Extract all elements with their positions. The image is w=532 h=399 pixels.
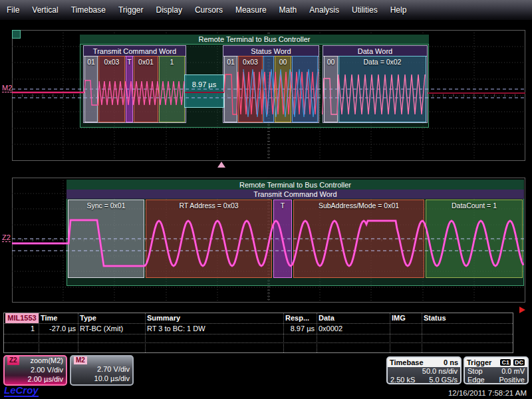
trigger-level: 0.0 mV bbox=[501, 367, 525, 376]
z2-vdiv: 2.00 V/div bbox=[31, 365, 63, 374]
z2-chip: Z2 bbox=[7, 356, 19, 365]
trigger-source-badge: C1 bbox=[499, 358, 511, 366]
col-data: Data bbox=[319, 314, 334, 322]
col-time: Time bbox=[41, 314, 57, 322]
timebase-offset: 0 ns bbox=[444, 358, 458, 366]
decode-table: MIL1553 Time Type Summary Resp... Data I… bbox=[3, 313, 513, 353]
trigger-slope: Positive bbox=[499, 376, 525, 384]
m2-chip: M2 bbox=[74, 356, 87, 364]
cell-summary: RT 3 to BC: 1 DW bbox=[147, 325, 205, 332]
menu-item-utilities[interactable]: Utilities bbox=[352, 5, 378, 15]
col-img: IMG bbox=[392, 314, 406, 322]
menu-item-analysis[interactable]: Analysis bbox=[309, 5, 339, 15]
col-summary: Summary bbox=[147, 314, 180, 322]
menu-item-cursors[interactable]: Cursors bbox=[195, 5, 223, 15]
m2-descriptor[interactable]: M2 2.70 V/div 10.0 µs/div bbox=[70, 355, 134, 386]
cell-index: 1 bbox=[4, 325, 35, 332]
menu-item-vertical[interactable]: Vertical bbox=[32, 5, 58, 15]
col-type: Type bbox=[80, 314, 96, 322]
trigger-title: Trigger bbox=[467, 358, 491, 366]
trigger-coupling-badge: DC bbox=[513, 358, 525, 366]
m2-waveform bbox=[12, 30, 525, 161]
lecroy-logo: LeCroy bbox=[4, 385, 39, 397]
menu-item-trigger[interactable]: Trigger bbox=[118, 5, 144, 15]
trigger-descriptor[interactable]: Trigger C1 DC Stop 0.0 mV Edge Positive bbox=[464, 356, 529, 384]
m2-trace-label[interactable]: M2 bbox=[2, 84, 12, 92]
cell-time: -27.0 µs bbox=[39, 325, 76, 332]
timebase-rate: 5.0 GS/s bbox=[429, 376, 458, 384]
menu-bar: File Vertical Timebase Trigger Display C… bbox=[0, 0, 532, 20]
menu-item-display[interactable]: Display bbox=[156, 5, 182, 15]
col-divider bbox=[390, 313, 390, 352]
z2-descriptor[interactable]: Z2 zoom(M2) 2.00 V/div 2.00 µs/div bbox=[3, 355, 67, 386]
table-scroll-arrow-icon[interactable] bbox=[519, 307, 525, 313]
cell-type: RT-BC (Xmit) bbox=[80, 325, 123, 332]
timebase-samples: 2.50 kS bbox=[390, 376, 415, 384]
col-divider bbox=[39, 313, 39, 352]
col-divider bbox=[145, 313, 146, 352]
menu-item-measure[interactable]: Measure bbox=[235, 5, 267, 15]
datetime-label: 12/16/2011 7:58:21 AM bbox=[448, 389, 527, 397]
menu-item-help[interactable]: Help bbox=[390, 5, 407, 15]
m2-vdiv: 2.70 V/div bbox=[97, 364, 130, 374]
trigger-position-marker-icon[interactable] bbox=[217, 162, 225, 168]
oscilloscope-screen: File Vertical Timebase Trigger Display C… bbox=[0, 0, 532, 399]
z2-source: zoom(M2) bbox=[30, 356, 63, 365]
protocol-badge[interactable]: MIL1553 bbox=[5, 313, 39, 323]
col-divider bbox=[283, 313, 284, 352]
m2-tdiv: 10.0 µs/div bbox=[94, 374, 130, 383]
col-divider bbox=[78, 313, 78, 352]
trigger-type: Edge bbox=[467, 376, 485, 384]
timebase-descriptor[interactable]: Timebase 0 ns 50.0 ns/div 2.50 kS 5.0 GS… bbox=[386, 356, 462, 384]
z2-waveform bbox=[12, 178, 525, 303]
row-divider bbox=[4, 334, 513, 334]
col-resp: Resp... bbox=[285, 314, 309, 322]
col-divider bbox=[317, 313, 317, 352]
menu-item-file[interactable]: File bbox=[7, 5, 19, 15]
z2-trace-label[interactable]: Z2 bbox=[2, 233, 11, 242]
cell-resp: 8.97 µs bbox=[283, 325, 315, 332]
row-divider bbox=[4, 342, 513, 343]
z2-tdiv: 2.00 µs/div bbox=[28, 374, 63, 384]
trigger-mode: Stop bbox=[467, 367, 483, 376]
timebase-title: Timebase bbox=[390, 358, 424, 366]
col-status: Status bbox=[424, 314, 446, 322]
row-divider bbox=[4, 323, 513, 324]
menu-item-timebase[interactable]: Timebase bbox=[71, 5, 106, 15]
col-divider bbox=[422, 313, 422, 352]
timebase-tdiv: 50.0 ns/div bbox=[422, 367, 458, 376]
menu-item-math[interactable]: Math bbox=[279, 5, 297, 15]
cell-data: 0x0002 bbox=[319, 325, 342, 332]
